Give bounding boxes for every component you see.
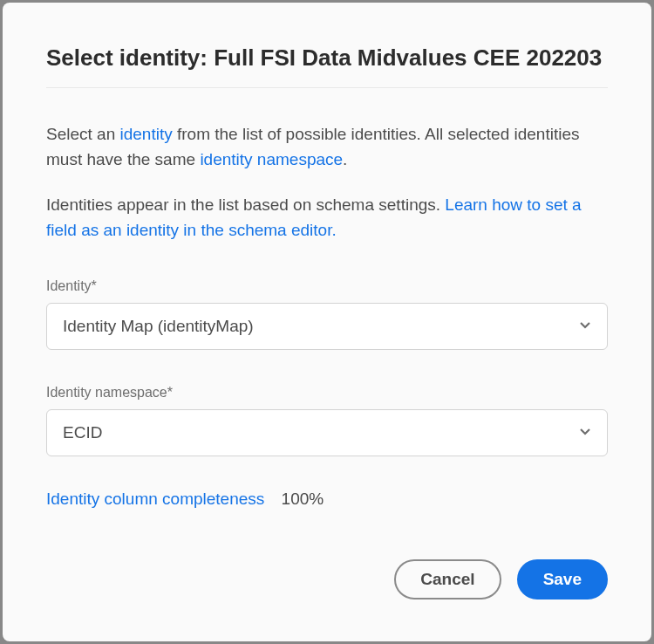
identity-select[interactable]: Identity Map (identityMap) — [46, 303, 608, 350]
cancel-button[interactable]: Cancel — [394, 559, 501, 599]
namespace-select-value: ECID — [63, 423, 102, 442]
identity-namespace-link[interactable]: identity namespace — [200, 150, 343, 168]
modal-footer: Cancel Save — [394, 559, 608, 599]
identity-link[interactable]: identity — [120, 125, 173, 143]
namespace-label: Identity namespace* — [46, 385, 608, 401]
desc-text: . — [343, 150, 347, 168]
identity-select-wrap: Identity Map (identityMap) — [46, 303, 608, 350]
desc-text: Select an — [46, 125, 120, 143]
description-2: Identities appear in the list based on s… — [46, 192, 608, 243]
completeness-value: 100% — [282, 490, 324, 508]
identity-label: Identity* — [46, 278, 608, 294]
divider — [46, 87, 608, 88]
completeness-row: Identity column completeness 100% — [46, 490, 608, 509]
identity-field-group: Identity* Identity Map (identityMap) — [46, 278, 608, 350]
description-1: Select an identity from the list of poss… — [46, 121, 608, 173]
save-button[interactable]: Save — [517, 559, 608, 599]
completeness-link[interactable]: Identity column completeness — [46, 490, 264, 508]
modal-title: Select identity: Full FSI Data Midvalues… — [46, 45, 608, 72]
namespace-select[interactable]: ECID — [46, 409, 608, 456]
namespace-select-wrap: ECID — [46, 409, 608, 456]
namespace-field-group: Identity namespace* ECID — [46, 385, 608, 456]
desc-text: Identities appear in the list based on s… — [46, 195, 445, 214]
select-identity-modal: Select identity: Full FSI Data Midvalues… — [3, 3, 651, 641]
identity-select-value: Identity Map (identityMap) — [63, 317, 254, 336]
